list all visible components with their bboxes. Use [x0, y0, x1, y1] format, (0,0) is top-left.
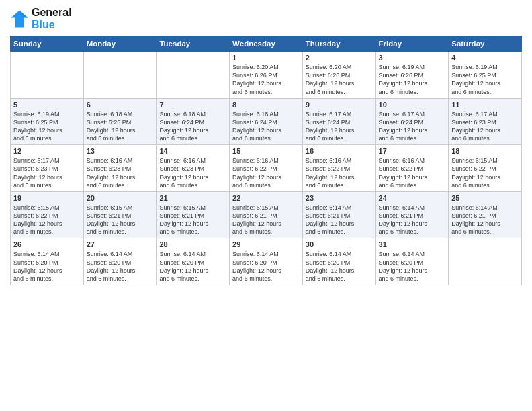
day-number: 8	[232, 101, 300, 109]
day-number: 4	[451, 54, 519, 62]
calendar-cell	[83, 52, 157, 99]
day-info: Sunrise: 6:20 AM Sunset: 6:26 PM Dayligh…	[306, 63, 373, 96]
day-number: 3	[379, 54, 446, 62]
day-info: Sunrise: 6:18 AM Sunset: 6:24 PM Dayligh…	[232, 110, 300, 143]
weekday-header-row: SundayMondayTuesdayWednesdayThursdayFrid…	[11, 36, 522, 52]
day-info: Sunrise: 6:14 AM Sunset: 6:20 PM Dayligh…	[306, 250, 373, 283]
calendar-cell	[11, 52, 84, 99]
day-number: 10	[379, 101, 446, 109]
day-info: Sunrise: 6:18 AM Sunset: 6:25 PM Dayligh…	[87, 110, 154, 143]
day-number: 21	[159, 194, 226, 202]
day-info: Sunrise: 6:16 AM Sunset: 6:22 PM Dayligh…	[306, 156, 373, 189]
svg-marker-0	[11, 10, 28, 27]
day-number: 13	[87, 147, 154, 155]
day-info: Sunrise: 6:17 AM Sunset: 6:24 PM Dayligh…	[379, 110, 446, 143]
calendar-cell: 30Sunrise: 6:14 AM Sunset: 6:20 PM Dayli…	[302, 238, 375, 285]
day-number: 15	[232, 147, 300, 155]
calendar-cell: 8Sunrise: 6:18 AM Sunset: 6:24 PM Daylig…	[230, 98, 303, 145]
day-info: Sunrise: 6:14 AM Sunset: 6:21 PM Dayligh…	[379, 203, 446, 236]
day-info: Sunrise: 6:17 AM Sunset: 6:23 PM Dayligh…	[13, 156, 81, 189]
calendar-cell: 29Sunrise: 6:14 AM Sunset: 6:20 PM Dayli…	[230, 238, 303, 285]
calendar-cell: 6Sunrise: 6:18 AM Sunset: 6:25 PM Daylig…	[83, 98, 157, 145]
calendar-cell: 24Sunrise: 6:14 AM Sunset: 6:21 PM Dayli…	[375, 191, 449, 238]
calendar-cell: 2Sunrise: 6:20 AM Sunset: 6:26 PM Daylig…	[302, 52, 375, 99]
day-info: Sunrise: 6:15 AM Sunset: 6:21 PM Dayligh…	[232, 203, 300, 236]
logo: General Blue	[10, 7, 72, 30]
day-info: Sunrise: 6:14 AM Sunset: 6:20 PM Dayligh…	[13, 250, 81, 283]
day-number: 19	[13, 194, 81, 202]
day-number: 18	[451, 147, 519, 155]
logo-icon	[10, 9, 29, 28]
calendar-week-row: 12Sunrise: 6:17 AM Sunset: 6:23 PM Dayli…	[11, 145, 522, 192]
calendar-cell: 31Sunrise: 6:14 AM Sunset: 6:20 PM Dayli…	[375, 238, 449, 285]
day-info: Sunrise: 6:16 AM Sunset: 6:22 PM Dayligh…	[379, 156, 446, 189]
weekday-header-monday: Monday	[83, 36, 157, 52]
calendar-week-row: 5Sunrise: 6:19 AM Sunset: 6:25 PM Daylig…	[11, 98, 522, 145]
calendar-cell: 13Sunrise: 6:16 AM Sunset: 6:23 PM Dayli…	[83, 145, 157, 192]
calendar-cell: 19Sunrise: 6:15 AM Sunset: 6:22 PM Dayli…	[11, 191, 84, 238]
day-info: Sunrise: 6:15 AM Sunset: 6:22 PM Dayligh…	[13, 203, 81, 236]
weekday-header-wednesday: Wednesday	[230, 36, 303, 52]
day-number: 20	[87, 194, 154, 202]
calendar-cell: 7Sunrise: 6:18 AM Sunset: 6:24 PM Daylig…	[157, 98, 230, 145]
day-info: Sunrise: 6:14 AM Sunset: 6:20 PM Dayligh…	[379, 250, 446, 283]
weekday-header-saturday: Saturday	[449, 36, 522, 52]
day-number: 23	[306, 194, 373, 202]
calendar-cell: 18Sunrise: 6:15 AM Sunset: 6:22 PM Dayli…	[449, 145, 522, 192]
day-number: 7	[159, 101, 226, 109]
calendar-cell: 28Sunrise: 6:14 AM Sunset: 6:20 PM Dayli…	[157, 238, 230, 285]
calendar-cell: 20Sunrise: 6:15 AM Sunset: 6:21 PM Dayli…	[83, 191, 157, 238]
day-info: Sunrise: 6:14 AM Sunset: 6:20 PM Dayligh…	[232, 250, 300, 283]
day-info: Sunrise: 6:20 AM Sunset: 6:26 PM Dayligh…	[232, 63, 300, 96]
calendar-cell: 1Sunrise: 6:20 AM Sunset: 6:26 PM Daylig…	[230, 52, 303, 99]
day-number: 2	[306, 54, 373, 62]
day-number: 28	[159, 240, 226, 248]
calendar-cell: 9Sunrise: 6:17 AM Sunset: 6:24 PM Daylig…	[302, 98, 375, 145]
calendar-cell: 4Sunrise: 6:19 AM Sunset: 6:25 PM Daylig…	[449, 52, 522, 99]
day-number: 1	[232, 54, 300, 62]
calendar-table: SundayMondayTuesdayWednesdayThursdayFrid…	[10, 36, 522, 285]
day-info: Sunrise: 6:16 AM Sunset: 6:23 PM Dayligh…	[159, 156, 226, 189]
day-number: 12	[13, 147, 81, 155]
calendar-cell	[157, 52, 230, 99]
calendar-cell: 26Sunrise: 6:14 AM Sunset: 6:20 PM Dayli…	[11, 238, 84, 285]
day-number: 16	[306, 147, 373, 155]
weekday-header-friday: Friday	[375, 36, 449, 52]
day-info: Sunrise: 6:19 AM Sunset: 6:25 PM Dayligh…	[451, 63, 519, 96]
day-info: Sunrise: 6:14 AM Sunset: 6:20 PM Dayligh…	[159, 250, 226, 283]
page: General Blue SundayMondayTuesdayWednesda…	[0, 0, 532, 411]
day-number: 17	[379, 147, 446, 155]
day-info: Sunrise: 6:19 AM Sunset: 6:25 PM Dayligh…	[13, 110, 81, 143]
calendar-cell: 14Sunrise: 6:16 AM Sunset: 6:23 PM Dayli…	[157, 145, 230, 192]
day-info: Sunrise: 6:18 AM Sunset: 6:24 PM Dayligh…	[159, 110, 226, 143]
calendar-cell: 10Sunrise: 6:17 AM Sunset: 6:24 PM Dayli…	[375, 98, 449, 145]
calendar-cell: 25Sunrise: 6:14 AM Sunset: 6:21 PM Dayli…	[449, 191, 522, 238]
day-number: 25	[451, 194, 519, 202]
calendar-cell: 21Sunrise: 6:15 AM Sunset: 6:21 PM Dayli…	[157, 191, 230, 238]
calendar-cell: 15Sunrise: 6:16 AM Sunset: 6:22 PM Dayli…	[230, 145, 303, 192]
weekday-header-thursday: Thursday	[302, 36, 375, 52]
day-info: Sunrise: 6:17 AM Sunset: 6:24 PM Dayligh…	[306, 110, 373, 143]
day-info: Sunrise: 6:15 AM Sunset: 6:21 PM Dayligh…	[159, 203, 226, 236]
day-number: 5	[13, 101, 81, 109]
day-info: Sunrise: 6:15 AM Sunset: 6:21 PM Dayligh…	[87, 203, 154, 236]
header: General Blue	[10, 7, 522, 30]
day-number: 24	[379, 194, 446, 202]
calendar-cell: 22Sunrise: 6:15 AM Sunset: 6:21 PM Dayli…	[230, 191, 303, 238]
day-info: Sunrise: 6:14 AM Sunset: 6:21 PM Dayligh…	[306, 203, 373, 236]
day-number: 9	[306, 101, 373, 109]
calendar-cell: 17Sunrise: 6:16 AM Sunset: 6:22 PM Dayli…	[375, 145, 449, 192]
day-info: Sunrise: 6:14 AM Sunset: 6:21 PM Dayligh…	[451, 203, 519, 236]
day-number: 11	[451, 101, 519, 109]
day-number: 26	[13, 240, 81, 248]
day-number: 30	[306, 240, 373, 248]
day-info: Sunrise: 6:15 AM Sunset: 6:22 PM Dayligh…	[451, 156, 519, 189]
day-number: 27	[87, 240, 154, 248]
calendar-cell: 11Sunrise: 6:17 AM Sunset: 6:23 PM Dayli…	[449, 98, 522, 145]
calendar-cell: 5Sunrise: 6:19 AM Sunset: 6:25 PM Daylig…	[11, 98, 84, 145]
day-number: 6	[87, 101, 154, 109]
day-info: Sunrise: 6:14 AM Sunset: 6:20 PM Dayligh…	[87, 250, 154, 283]
day-number: 22	[232, 194, 300, 202]
calendar-cell	[449, 238, 522, 285]
day-number: 14	[159, 147, 226, 155]
